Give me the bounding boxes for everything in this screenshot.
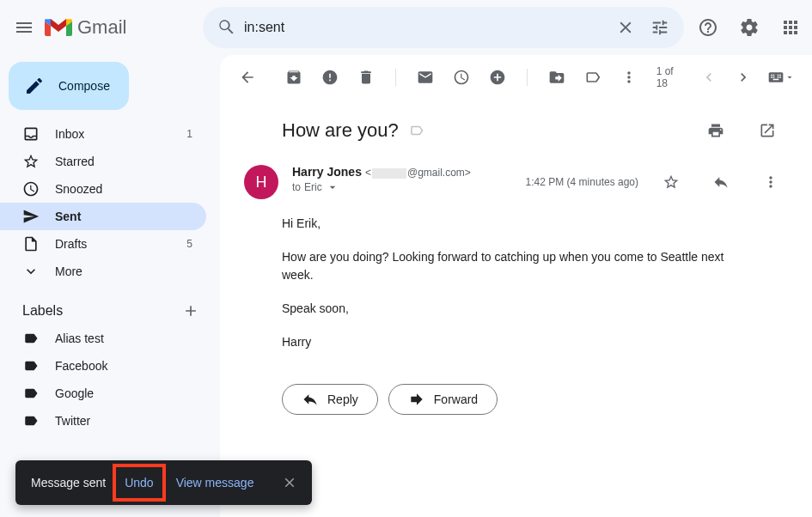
mail-icon <box>417 69 434 86</box>
support-button[interactable] <box>691 10 725 45</box>
forward-button[interactable]: Forward <box>388 384 498 415</box>
label-item-google[interactable]: Google <box>0 380 206 407</box>
sidebar-item-drafts[interactable]: Drafts 5 <box>0 230 206 258</box>
body-line: Speak soon, <box>282 300 750 318</box>
help-icon <box>698 17 718 38</box>
prev-page-button[interactable] <box>695 60 723 94</box>
more-actions-button[interactable] <box>612 60 646 94</box>
caret-down-icon <box>785 72 795 82</box>
hamburger-icon <box>14 17 34 38</box>
message-body: Hi Erik, How are you doing? Looking forw… <box>220 199 812 374</box>
sender-avatar[interactable]: H <box>244 165 278 199</box>
star-message-button[interactable] <box>654 165 688 199</box>
gmail-logo[interactable]: Gmail <box>41 16 179 39</box>
main-menu-button[interactable] <box>14 7 34 48</box>
sidebar-item-label: Drafts <box>55 237 87 251</box>
label-text: Twitter <box>55 414 90 428</box>
search-icon <box>217 18 236 37</box>
search-clear-button[interactable] <box>608 10 643 45</box>
add-task-icon <box>489 69 506 86</box>
important-marker-icon[interactable] <box>409 123 424 138</box>
send-icon <box>22 208 40 225</box>
label-item-facebook[interactable]: Facebook <box>0 352 206 380</box>
add-to-tasks-button[interactable] <box>480 60 515 94</box>
toast-view-message-link[interactable]: View message <box>176 476 254 490</box>
snooze-button[interactable] <box>444 60 479 94</box>
trash-icon <box>357 69 375 86</box>
reply-icon <box>302 391 319 408</box>
sidebar-item-snoozed[interactable]: Snoozed <box>0 175 206 203</box>
star-icon <box>22 153 40 170</box>
mark-unread-button[interactable] <box>408 60 443 94</box>
sidebar-item-count: 1 <box>186 128 192 140</box>
chevron-down-icon <box>22 263 40 280</box>
body-line: How are you doing? Looking forward to ca… <box>282 248 750 284</box>
move-icon <box>548 69 565 86</box>
settings-button[interactable] <box>732 10 766 45</box>
gmail-logo-text: Gmail <box>77 16 126 39</box>
label-outline-icon <box>584 69 601 86</box>
labels-button[interactable] <box>576 60 610 94</box>
tune-icon <box>650 18 669 37</box>
add-label-button[interactable] <box>182 302 199 319</box>
apps-grid-icon <box>780 17 801 38</box>
inbox-icon <box>22 125 40 143</box>
caret-down-icon <box>326 180 339 194</box>
page-count: 1 of 18 <box>656 65 681 89</box>
toast-close-button[interactable] <box>276 469 303 496</box>
input-tools-button[interactable] <box>764 60 798 94</box>
archive-button[interactable] <box>277 60 311 94</box>
label-item-twitter[interactable]: Twitter <box>0 407 206 435</box>
search-bar[interactable] <box>203 7 684 48</box>
message-sent-toast: Message sent Undo View message <box>15 460 312 505</box>
print-button[interactable] <box>699 113 733 148</box>
open-in-new-icon <box>759 122 776 139</box>
report-spam-button[interactable] <box>313 60 347 94</box>
open-new-window-button[interactable] <box>750 113 785 148</box>
search-options-button[interactable] <box>643 10 677 45</box>
sidebar-item-count: 5 <box>186 238 192 250</box>
pencil-icon <box>24 76 45 96</box>
reply-button[interactable]: Reply <box>282 384 378 415</box>
reply-icon <box>712 173 730 191</box>
close-icon <box>282 475 297 490</box>
main-panel: 1 of 18 How are you? H <box>220 55 812 517</box>
toast-undo-link[interactable]: Undo <box>125 476 153 490</box>
sender-email: <@gmail.com> <box>365 167 471 179</box>
sidebar-item-more[interactable]: More <box>0 258 206 285</box>
redacted-email-icon <box>372 168 406 179</box>
message-subject: How are you? <box>282 119 399 142</box>
toast-text: Message sent <box>31 476 106 490</box>
sidebar-item-label: Sent <box>55 210 81 223</box>
compose-button[interactable]: Compose <box>9 62 129 110</box>
close-icon <box>616 18 635 37</box>
print-icon <box>707 122 724 139</box>
sidebar-item-sent[interactable]: Sent <box>0 203 206 230</box>
recipient-line[interactable]: to Eric <box>292 180 512 194</box>
message-more-button[interactable] <box>754 165 788 199</box>
clock-icon <box>453 69 470 86</box>
search-input[interactable] <box>244 20 608 35</box>
plus-icon <box>182 302 199 319</box>
label-text: Alias test <box>55 331 104 345</box>
delete-button[interactable] <box>349 60 383 94</box>
sidebar-item-label: More <box>55 265 82 278</box>
clock-icon <box>22 180 40 198</box>
message-toolbar: 1 of 18 <box>220 55 812 96</box>
apps-button[interactable] <box>773 10 808 45</box>
sidebar-item-starred[interactable]: Starred <box>0 148 206 175</box>
reply-icon-button[interactable] <box>704 165 738 199</box>
label-icon <box>22 412 40 429</box>
chevron-right-icon <box>735 69 752 86</box>
sidebar-item-inbox[interactable]: Inbox 1 <box>0 120 206 148</box>
search-button[interactable] <box>210 10 244 45</box>
body-line: Hi Erik, <box>282 215 750 233</box>
label-text: Google <box>55 386 94 400</box>
move-to-button[interactable] <box>540 60 574 94</box>
label-item-alias-test[interactable]: Alias test <box>0 325 206 352</box>
back-button[interactable] <box>234 60 261 94</box>
next-page-button[interactable] <box>730 60 757 94</box>
label-icon <box>22 330 40 347</box>
sender-name: Harry Jones <box>292 165 362 179</box>
forward-icon <box>408 391 425 408</box>
